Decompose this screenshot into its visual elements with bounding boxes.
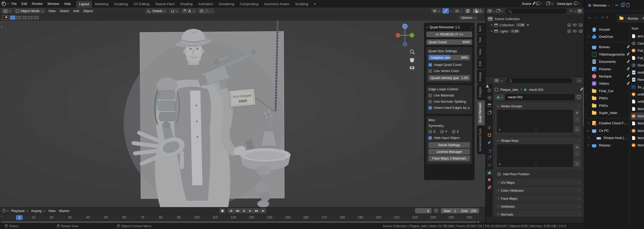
- workspace-tab[interactable]: Rendering: [216, 1, 237, 7]
- symmetry-axis-toggle[interactable]: X: [428, 130, 436, 134]
- checkbox[interactable]: [497, 172, 501, 176]
- current-frame-field[interactable]: 2: [415, 208, 431, 213]
- quads-density-field[interactable]: Quads density (pai1.00: [428, 75, 470, 81]
- checkbox[interactable]: [428, 100, 432, 103]
- properties-tab[interactable]: [486, 177, 493, 183]
- copy-viewlayer-icon[interactable]: [574, 2, 577, 5]
- 3d-viewport[interactable]: Arm Keeper 399$: [0, 21, 485, 207]
- remove-item-button[interactable]: −: [574, 151, 580, 157]
- properties-tab[interactable]: [486, 117, 493, 123]
- xray-toggle[interactable]: [464, 8, 471, 14]
- breadcrumb-bar[interactable]: › Bureau › Fin: [617, 14, 644, 22]
- breadcrumb-item[interactable]: Bureau: [628, 17, 638, 20]
- add-rest-position-row[interactable]: Add Rest Position: [495, 172, 582, 179]
- properties-tab[interactable]: [486, 162, 493, 168]
- checkbox-row[interactable]: Adapt Quad Count: [428, 63, 470, 67]
- checkbox[interactable]: [428, 106, 432, 110]
- expand-arrow-icon[interactable]: [491, 24, 493, 26]
- file-row[interactable]: Work: [631, 127, 644, 134]
- current-frame-badge[interactable]: 2: [16, 215, 23, 220]
- sidebar-item[interactable]: Pictures: [586, 65, 628, 73]
- sidebar-item[interactable]: OneDrive: [586, 33, 628, 40]
- viewport-menu-item[interactable]: View: [46, 8, 58, 14]
- menu-item[interactable]: Render: [29, 1, 45, 6]
- timeline-menu-item[interactable]: Marker: [57, 208, 71, 214]
- sidebar-tab[interactable]: Tool: [477, 35, 485, 46]
- checkbox[interactable]: [428, 69, 432, 73]
- end-frame-field[interactable]: End250: [459, 208, 479, 213]
- file-row[interactable]: Work: [631, 105, 644, 112]
- blender-logo-icon[interactable]: [2, 2, 6, 6]
- gizmo-x-axis[interactable]: [396, 33, 400, 38]
- mode-select[interactable]: Object Mode: [14, 8, 45, 14]
- sidebar-item[interactable]: Final_Cut: [586, 87, 628, 94]
- sidebar-tab[interactable]: View: [477, 46, 485, 58]
- properties-editor-icon[interactable]: [495, 79, 499, 82]
- hide-eye-icon[interactable]: [573, 30, 577, 32]
- shading-rendered-button[interactable]: [479, 8, 481, 13]
- sidebar-item[interactable]: Téléchargements: [586, 51, 628, 58]
- sidebar-item[interactable]: Accueil: [586, 26, 628, 33]
- auto-keyframe-button[interactable]: [219, 208, 225, 213]
- adaptive-size-slider[interactable]: Adaptive size50%: [428, 55, 470, 60]
- transport-button[interactable]: ▶▶: [253, 208, 260, 213]
- sidebar-tab[interactable]: Poligon: [477, 84, 485, 100]
- properties-tab[interactable]: [486, 95, 493, 101]
- navigation-gizmo[interactable]: [396, 24, 414, 46]
- sidebar-tab[interactable]: Item: [477, 23, 485, 34]
- properties-tab[interactable]: [486, 155, 493, 160]
- sidebar-item[interactable]: Documents: [586, 58, 628, 65]
- add-item-button[interactable]: +: [574, 144, 580, 150]
- collection-name[interactable]: Collection: [499, 23, 514, 27]
- copy-icon[interactable]: [621, 4, 624, 7]
- file-row[interactable]: Full_: [631, 54, 644, 61]
- workspace-tab[interactable]: Texture Paint: [152, 1, 177, 7]
- timeline-editor-icon[interactable]: [2, 209, 6, 213]
- snapping-button[interactable]: [181, 8, 196, 14]
- sidebar-item[interactable]: Super_vilain: [586, 109, 628, 116]
- file-row[interactable]: Cara: [631, 40, 644, 47]
- collection-row[interactable]: Collection ▼29 ■: [487, 22, 582, 28]
- checkbox-row[interactable]: Detect Hard Edges by a...: [428, 106, 470, 110]
- sidebar-item[interactable]: Creative Cloud Files: [586, 120, 628, 127]
- overlays-toggle[interactable]: [453, 8, 463, 14]
- sidebar-item[interactable]: Disque local (C:): [586, 134, 628, 141]
- closed-panel[interactable]: Attributes::::: [495, 203, 582, 210]
- properties-tab[interactable]: [486, 87, 493, 93]
- disable-render-icon[interactable]: [579, 24, 582, 26]
- expand-chevron-icon[interactable]: [587, 129, 589, 131]
- new-button[interactable]: ⊕ Nouveau: [588, 3, 610, 7]
- pin-icon[interactable]: [532, 2, 535, 5]
- sidebar-tab[interactable]: Screencast Keys: [477, 126, 485, 154]
- timeline-menu-item[interactable]: Playback: [9, 208, 30, 214]
- file-row[interactable]: arm.: [631, 32, 644, 40]
- properties-tab[interactable]: [486, 140, 493, 145]
- workspace-tab[interactable]: Animation: [195, 1, 216, 7]
- workspace-tab[interactable]: Compositing: [237, 1, 261, 7]
- closed-panel[interactable]: Color Attributes::::: [495, 187, 582, 194]
- closed-panel[interactable]: UV Maps::::: [495, 179, 582, 186]
- gizmo-negz-axis[interactable]: [403, 42, 407, 46]
- datablock-name-field[interactable]: mesh.001: [505, 94, 574, 100]
- file-row[interactable]: Full_: [631, 47, 644, 54]
- remove-item-button[interactable]: −: [574, 117, 580, 122]
- select-box-tool-icon[interactable]: [2, 15, 8, 20]
- gizmo-z-axis[interactable]: [403, 24, 407, 29]
- panel-button[interactable]: Face Maps 2 Materials: [428, 155, 470, 161]
- specials-menu-button[interactable]: [574, 126, 580, 132]
- viewport-menu-item[interactable]: Select: [58, 8, 71, 14]
- file-row[interactable]: Work: [631, 120, 644, 127]
- sidebar-item[interactable]: Vidéos: [586, 80, 628, 87]
- file-row[interactable]: rend: [631, 69, 644, 76]
- file-row[interactable]: untit: [631, 91, 644, 98]
- workspace-tab[interactable]: Layout: [76, 1, 92, 7]
- scene-name[interactable]: Scene: [522, 2, 531, 6]
- properties-editor-chevron[interactable]: [501, 79, 503, 81]
- editor-type-button[interactable]: [2, 8, 12, 14]
- shading-wireframe-button[interactable]: [473, 8, 475, 13]
- checkbox-row[interactable]: Use Materials: [428, 93, 470, 97]
- collection-row[interactable]: Lights ▼10 ■: [487, 28, 582, 34]
- sidebar-item[interactable]: PNGs: [586, 102, 628, 109]
- closed-panel[interactable]: Face Maps::::: [495, 195, 582, 202]
- collection-name[interactable]: Lights: [499, 29, 509, 33]
